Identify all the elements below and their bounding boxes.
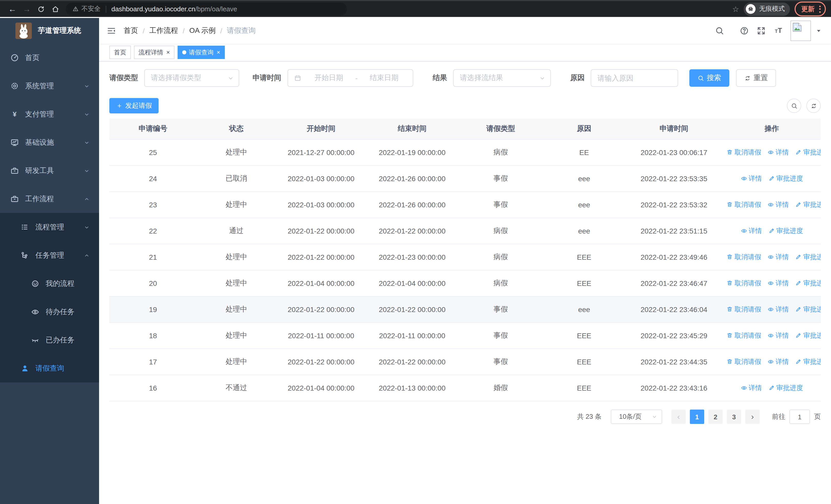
breadcrumb-item: 请假查询: [227, 26, 256, 35]
column-header: 结束时间: [366, 119, 458, 139]
caret-down-icon[interactable]: [815, 28, 822, 34]
browser-reload-button[interactable]: [34, 2, 48, 16]
action-progress-link[interactable]: 审批进度: [795, 279, 821, 288]
action-detail-link[interactable]: 详情: [767, 305, 789, 314]
action-detail-link[interactable]: 详情: [740, 226, 762, 236]
next-page-button[interactable]: ›: [745, 410, 760, 424]
refresh-table-button[interactable]: [806, 98, 821, 113]
chevron-down-icon: [539, 75, 546, 81]
sidebar-item-已办任务[interactable]: 已办任务: [0, 326, 99, 354]
close-icon[interactable]: ×: [166, 49, 170, 55]
page-button-2[interactable]: 2: [708, 410, 723, 424]
action-cancel-link[interactable]: 取消请假: [726, 357, 761, 366]
sidebar-item-工作流程[interactable]: 工作流程: [0, 185, 99, 213]
cell-reason: EEE: [543, 323, 625, 349]
sidebar-item-待办任务[interactable]: 待办任务: [0, 298, 99, 326]
result-select[interactable]: 请选择流结果: [453, 69, 551, 87]
page-button-1[interactable]: 1: [690, 410, 704, 424]
warning-icon: [73, 6, 79, 12]
browser-forward-button[interactable]: →: [20, 2, 34, 16]
action-progress-link[interactable]: 审批进度: [795, 305, 821, 314]
user-avatar[interactable]: [791, 21, 811, 41]
sidebar-item-基础设施[interactable]: 基础设施: [0, 128, 99, 156]
sidebar-item-支付管理[interactable]: ¥支付管理: [0, 100, 99, 128]
chevron-up-icon: [84, 196, 90, 202]
cell-status: 已取消: [197, 166, 276, 192]
action-cancel-link[interactable]: 取消请假: [726, 148, 761, 157]
search-icon[interactable]: [715, 26, 724, 35]
leave-type-select[interactable]: 请选择请假类型: [144, 69, 239, 87]
cell-start: 2022-01-03 00:00:00: [276, 166, 366, 192]
cell-start: 2022-01-22 00:00:00: [276, 218, 366, 244]
goto-label: 前往: [772, 412, 785, 421]
action-detail-link[interactable]: 详情: [767, 253, 789, 262]
tab-流程详情[interactable]: 流程详情×: [134, 46, 174, 59]
search-button[interactable]: 搜索: [689, 69, 729, 87]
apply-time-range-picker[interactable]: 开始日期 - 结束日期: [287, 69, 413, 87]
action-cancel-link[interactable]: 取消请假: [726, 200, 761, 209]
action-cancel-link[interactable]: 取消请假: [726, 331, 761, 340]
action-progress-link[interactable]: 审批进度: [795, 357, 821, 366]
action-progress-link[interactable]: 审批进度: [768, 383, 803, 393]
sidebar-item-研发工具[interactable]: 研发工具: [0, 156, 99, 185]
svg-text:T: T: [778, 27, 782, 34]
goto-page-input[interactable]: [790, 410, 810, 424]
cell-reason: eee: [543, 166, 625, 192]
action-detail-link[interactable]: 详情: [767, 200, 789, 209]
bookmark-star-icon[interactable]: ☆: [732, 4, 739, 13]
create-leave-button[interactable]: ＋ 发起请假: [109, 98, 159, 113]
action-cancel-link[interactable]: 取消请假: [726, 279, 761, 288]
tab-请假查询[interactable]: 请假查询×: [178, 46, 225, 59]
action-detail-link[interactable]: 详情: [740, 174, 762, 183]
sidebar-item-任务管理[interactable]: 任务管理: [0, 241, 99, 269]
action-progress-link[interactable]: 审批进度: [795, 200, 821, 209]
action-cancel-link[interactable]: 取消请假: [726, 253, 761, 262]
action-detail-link[interactable]: 详情: [767, 279, 789, 288]
show-search-button[interactable]: [787, 98, 801, 113]
sidebar-item-请假查询[interactable]: 请假查询: [0, 354, 99, 382]
action-progress-link[interactable]: 审批进度: [795, 253, 821, 262]
page-size-select[interactable]: 10条/页: [611, 410, 662, 424]
close-icon[interactable]: ×: [217, 49, 220, 55]
breadcrumb-item[interactable]: OA 示例: [190, 26, 216, 35]
cell-start: 2022-01-04 00:00:00: [276, 375, 366, 401]
cell-reason: EEE: [543, 244, 625, 270]
action-progress-link[interactable]: 审批进度: [768, 226, 803, 236]
reason-input[interactable]: [591, 69, 678, 87]
action-detail-link[interactable]: 详情: [767, 331, 789, 340]
tab-首页[interactable]: 首页: [109, 46, 131, 59]
help-icon[interactable]: [740, 26, 749, 35]
cell-apply_time: 2022-01-23 00:06:17: [625, 139, 723, 166]
page-button-3[interactable]: 3: [727, 410, 741, 424]
progress-icon: [795, 254, 802, 261]
address-bar[interactable]: 不安全 dashboard.yudao.iocoder.cn/bpm/oa/le…: [66, 3, 347, 16]
sidebar-item-流程管理[interactable]: 流程管理: [0, 213, 99, 241]
breadcrumb-item[interactable]: 首页: [124, 26, 138, 35]
sidebar-toggle-icon[interactable]: [99, 26, 124, 35]
action-progress-link[interactable]: 审批进度: [795, 148, 821, 157]
action-detail-link[interactable]: 详情: [767, 357, 789, 366]
browser-back-button[interactable]: ←: [5, 2, 20, 16]
sidebar-item-系统管理[interactable]: 系统管理: [0, 72, 99, 100]
action-progress-link[interactable]: 审批进度: [768, 174, 803, 183]
reset-button[interactable]: 重置: [736, 69, 776, 87]
cell-apply_time: 2022-01-22 23:46:04: [625, 296, 723, 323]
font-size-icon[interactable]: TT: [774, 26, 783, 35]
browser-home-button[interactable]: [48, 2, 63, 16]
action-detail-link[interactable]: 详情: [740, 383, 762, 393]
leave-table: 申请编号状态开始时间结束时间请假类型原因申请时间操作 25处理中2021-12-…: [109, 119, 821, 402]
action-detail-link[interactable]: 详情: [767, 148, 789, 157]
cancel-icon: [726, 254, 733, 261]
sidebar-item-首页[interactable]: 首页: [0, 43, 99, 72]
sidebar-item-label: 流程管理: [35, 223, 64, 232]
sidebar-item-我的流程[interactable]: 我的流程: [0, 269, 99, 298]
prev-page-button[interactable]: ‹: [671, 410, 686, 424]
fullscreen-icon[interactable]: [756, 26, 766, 35]
action-cancel-link[interactable]: 取消请假: [726, 305, 761, 314]
breadcrumb-item[interactable]: 工作流程: [149, 26, 178, 35]
action-progress-link[interactable]: 审批进度: [795, 331, 821, 340]
pagination: 共 23 条 10条/页 ‹ 123 › 前往 页: [109, 410, 821, 424]
cell-apply_time: 2022-01-22 23:53:32: [625, 192, 723, 218]
browser-toolbar: ← → 不安全 dashboard.yudao.iocoder.cn/bpm/o…: [0, 0, 831, 17]
browser-menu-update-button[interactable]: 更新: [795, 2, 826, 17]
